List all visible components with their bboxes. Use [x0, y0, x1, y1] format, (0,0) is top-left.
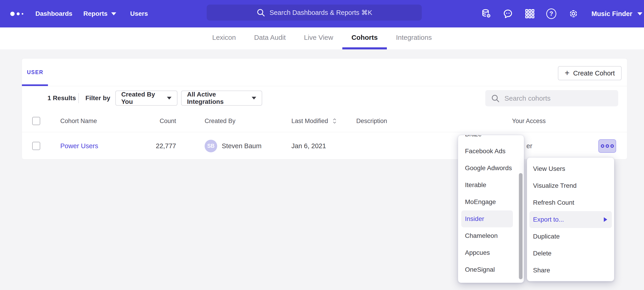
tab-data-audit[interactable]: Data Audit [245, 28, 295, 49]
column-header-count: Count [160, 117, 176, 125]
tab-live-view[interactable]: Live View [295, 28, 342, 49]
column-header-created-by: Created By [204, 117, 236, 125]
column-header-your-access: Your Access [512, 117, 546, 125]
feedback-icon[interactable] [503, 9, 513, 19]
settings-gear-icon[interactable] [568, 9, 579, 19]
cohorts-card: USER + Create Cohort 1 Results Filter by… [22, 58, 627, 160]
menu-item-braze[interactable]: Braze [461, 135, 513, 143]
chevron-down-icon [111, 12, 116, 15]
dot-icon [601, 144, 604, 148]
dropdown-value: All Active Integrations [187, 91, 247, 105]
your-access-value-partially-hidden: er [526, 132, 532, 160]
sort-icon[interactable] [331, 117, 338, 125]
menu-item-insider[interactable]: Insider [461, 210, 513, 227]
integrations-filter-dropdown[interactable]: All Active Integrations [181, 91, 262, 106]
dot-icon [606, 144, 609, 148]
row-actions-menu: View Users Visualize Trend Refresh Count… [527, 157, 614, 281]
divider [78, 93, 79, 103]
nav-link-reports[interactable]: Reports [83, 0, 116, 28]
tab-lexicon[interactable]: Lexicon [203, 28, 245, 49]
menu-scrollbar-thumb[interactable] [519, 173, 522, 279]
filter-by-label: Filter by [86, 86, 110, 110]
nav-link-label: Reports [83, 10, 108, 17]
tab-integrations[interactable]: Integrations [387, 28, 441, 49]
search-icon [256, 8, 265, 17]
export-destinations-menu: Braze Facebook Ads Google Adwords Iterab… [458, 135, 524, 283]
column-header-last-modified: Last Modified [292, 117, 328, 125]
plus-icon: + [565, 69, 570, 77]
menu-item-iterable[interactable]: Iterable [461, 177, 513, 194]
active-tab-underline [22, 84, 48, 86]
created-by-filter-dropdown[interactable]: Created By You [115, 91, 178, 106]
menu-item-refresh-count[interactable]: Refresh Count [529, 194, 612, 211]
row-actions-more-button[interactable] [598, 139, 616, 153]
submenu-arrow-icon [604, 217, 607, 222]
avatar: SB [204, 140, 217, 152]
dot-icon [610, 144, 614, 148]
column-header-cohort-name: Cohort Name [60, 117, 97, 125]
last-modified-date: Jan 6, 2021 [292, 142, 326, 150]
nav-link-label: Dashboards [36, 10, 72, 17]
tab-user-cohorts[interactable]: USER [27, 59, 44, 86]
nav-link-dashboards[interactable]: Dashboards [36, 0, 72, 28]
global-search-placeholder: Search Dashboards & Reports ⌘K [270, 9, 372, 17]
column-header-description: Description [356, 117, 387, 125]
cohort-search-input[interactable] [504, 94, 613, 102]
menu-item-duplicate[interactable]: Duplicate [529, 228, 612, 245]
cohort-type-tabs: USER + Create Cohort [22, 59, 627, 86]
cohort-count: 22,777 [156, 142, 176, 150]
table-header-row: Cohort Name Count Created By Last Modifi… [22, 110, 627, 132]
search-icon [491, 94, 500, 103]
created-by-name: Steven Baum [222, 142, 262, 150]
menu-item-label: Export to... [533, 216, 564, 223]
menu-item-delete[interactable]: Delete [529, 245, 612, 262]
menu-item-google-adwords[interactable]: Google Adwords [461, 160, 513, 177]
mixpanel-logo-icon[interactable] [10, 0, 23, 28]
apps-grid-icon[interactable] [524, 9, 535, 19]
row-checkbox[interactable] [32, 142, 40, 150]
menu-item-share[interactable]: Share [529, 262, 612, 279]
cohort-search-field [485, 90, 618, 106]
cohort-name-link[interactable]: Power Users [60, 142, 98, 150]
menu-item-appcues[interactable]: Appcues [461, 244, 513, 261]
menu-item-onesignal[interactable]: OneSignal [461, 261, 513, 278]
results-count: 1 Results [48, 86, 76, 110]
menu-item-visualize-trend[interactable]: Visualize Trend [529, 177, 612, 194]
nav-link-label: Users [130, 10, 148, 17]
menu-item-view-users[interactable]: View Users [529, 160, 612, 177]
nav-link-users[interactable]: Users [130, 0, 148, 28]
table-row: Power Users 22,777 SB Steven Baum Jan 6,… [22, 132, 627, 160]
project-name: Music Finder [592, 10, 632, 18]
menu-item-export-to[interactable]: Export to... [529, 211, 612, 228]
dropdown-value: Created By You [121, 91, 162, 105]
select-all-checkbox[interactable] [32, 117, 40, 125]
section-tabs: Lexicon Data Audit Live View Cohorts Int… [0, 28, 644, 49]
menu-item-chameleon[interactable]: Chameleon [461, 227, 513, 244]
global-search-bar[interactable]: Search Dashboards & Reports ⌘K [207, 5, 422, 21]
create-cohort-button[interactable]: + Create Cohort [558, 66, 622, 80]
create-cohort-label: Create Cohort [573, 70, 615, 77]
chevron-down-icon [638, 12, 642, 15]
data-settings-icon[interactable] [481, 9, 492, 19]
help-icon[interactable]: ? [546, 9, 557, 19]
cohorts-page: Dashboards Reports Users Search Dashboar… [0, 0, 644, 290]
cohorts-toolbar: 1 Results Filter by Created By You All A… [22, 86, 627, 110]
chevron-down-icon [167, 97, 172, 99]
top-navigation-bar: Dashboards Reports Users Search Dashboar… [0, 0, 644, 28]
menu-item-facebook-ads[interactable]: Facebook Ads [461, 143, 513, 160]
tab-cohorts[interactable]: Cohorts [342, 28, 387, 49]
menu-item-moengage[interactable]: MoEngage [461, 194, 513, 210]
chevron-down-icon [252, 97, 256, 99]
project-switcher[interactable]: Music Finder [592, 0, 642, 28]
